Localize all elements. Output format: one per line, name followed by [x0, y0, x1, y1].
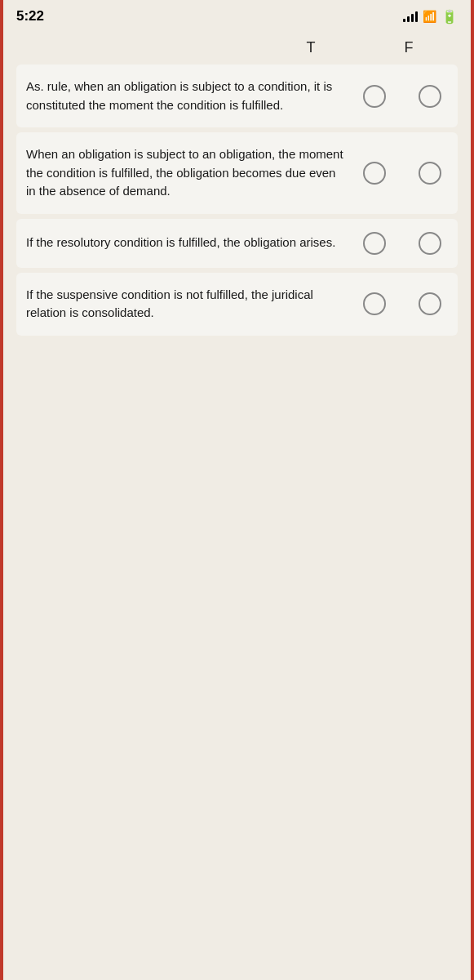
status-icons: 📶 🔋: [403, 9, 458, 24]
column-headers: T F: [0, 31, 474, 65]
q3-false-radio[interactable]: [419, 232, 441, 255]
true-column-header: T: [295, 39, 327, 56]
question-row-2: When an obligation is subject to an obli…: [16, 132, 458, 214]
q3-true-radio[interactable]: [363, 232, 386, 255]
question-row-1: As. rule, when an obligation is subject …: [16, 65, 458, 127]
radio-group-4: [363, 292, 441, 315]
question-row-4: If the suspensive condition is not fulfi…: [16, 273, 458, 336]
q4-false-radio[interactable]: [419, 292, 441, 315]
q2-false-radio[interactable]: [419, 162, 441, 185]
q1-true-radio[interactable]: [363, 85, 386, 108]
radio-group-3: [363, 232, 441, 255]
question-text-2: When an obligation is subject to an obli…: [26, 145, 357, 201]
left-border-accent: [0, 0, 3, 980]
q4-true-radio[interactable]: [363, 292, 386, 315]
q2-true-radio[interactable]: [363, 162, 386, 185]
question-row-3: If the resolutory condition is fulfilled…: [16, 219, 458, 268]
question-text-3: If the resolutory condition is fulfilled…: [26, 234, 357, 252]
wifi-icon: 📶: [423, 10, 436, 23]
radio-group-1: [363, 85, 441, 108]
question-text-1: As. rule, when an obligation is subject …: [26, 78, 357, 114]
questions-list: As. rule, when an obligation is subject …: [16, 65, 458, 336]
signal-icon: [403, 11, 418, 22]
battery-icon: 🔋: [441, 9, 458, 24]
status-time: 5:22: [16, 8, 44, 24]
radio-group-2: [363, 162, 441, 185]
question-text-4: If the suspensive condition is not fulfi…: [26, 286, 357, 323]
page-wrapper: 5:22 📶 🔋 T F As. rule, when an obligatio…: [0, 0, 474, 980]
false-column-header: F: [392, 39, 425, 56]
status-bar: 5:22 📶 🔋: [0, 0, 474, 31]
q1-false-radio[interactable]: [419, 85, 441, 108]
right-border-accent: [471, 0, 474, 980]
